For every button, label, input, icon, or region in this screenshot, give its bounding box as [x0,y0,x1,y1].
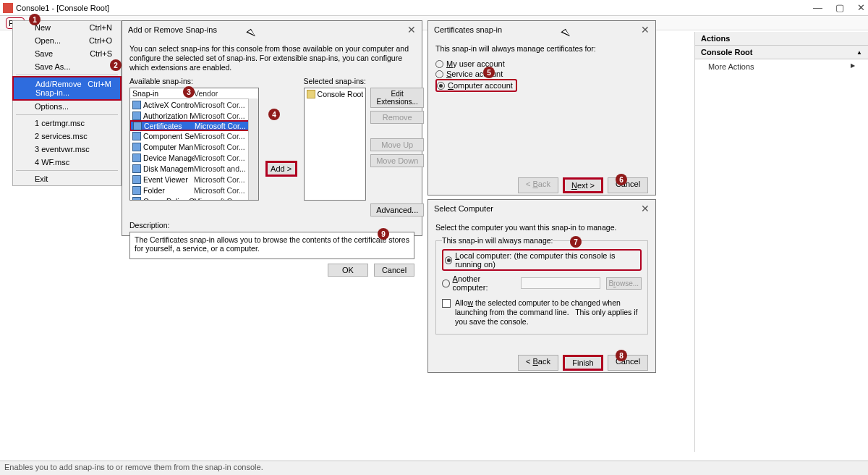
snapin-row[interactable]: FolderMicrosoft Cor... [130,185,258,196]
mmc-icon [3,3,13,13]
selected-snapins-list[interactable]: Console Root [304,88,367,201]
select-computer-dialog: Select Computer✕ Select the computer you… [427,199,656,373]
back-button[interactable]: < Back [518,355,558,371]
file-save[interactable]: SaveCtrl+S [13,47,121,60]
folder-icon [307,90,315,98]
snapin-row[interactable]: CertificatesMicrosoft Cor... [129,120,250,131]
file-exit[interactable]: Exit [13,172,121,185]
certificates-snapin-dialog: Certificates snap-in✕ This snap-in will … [427,20,656,196]
step-badge-8: 8 [616,350,627,361]
browse-button[interactable]: Browse... [606,277,642,290]
step-badge-5: 5 [483,67,495,78]
radio-local-computer[interactable]: Local computer: (the computer this conso… [445,251,639,269]
snapin-icon [132,164,141,173]
step-badge-2: 2 [110,59,122,71]
move-down-button[interactable]: Move Down [370,154,424,167]
radio-computer[interactable]: Computer account [437,80,513,91]
snapin-icon [132,197,141,201]
snapin-icon [132,112,141,120]
close-button[interactable]: ✕ [857,2,865,13]
file-add-remove-snapin[interactable]: Add/Remove Snap-in...Ctrl+M [12,76,122,101]
selected-label: Selected snap-ins: [304,77,425,85]
step-badge-6: 6 [616,174,627,185]
actions-root: Console Root▲ [695,46,868,59]
advanced-button[interactable]: Advanced... [370,203,424,217]
radio-another-computer[interactable]: Another computer: Browse... [442,274,642,293]
intro-text: This snap-in will always manage certific… [435,44,648,53]
dialog-title: Select Computer [434,204,493,213]
another-computer-input[interactable] [521,277,600,289]
step-badge-4: 4 [268,109,280,120]
recent-3[interactable]: 3 eventvwr.msc [13,143,121,156]
snapin-row[interactable]: Authorization Manag...Microsoft Cor... [130,110,258,121]
group-label: This snap-in will always manage: [442,236,553,245]
add-remove-snapins-dialog: Add or Remove Snap-ins✕ You can select s… [122,20,422,236]
cancel-button[interactable]: Cancel [608,177,648,193]
radio-service[interactable]: Service account [435,69,648,79]
file-menu: NewCtrl+N Open...Ctrl+O SaveCtrl+S Save … [12,20,122,186]
move-up-button[interactable]: Move Up [370,138,424,151]
snapin-icon [132,175,141,184]
step-badge-7: 7 [570,236,582,248]
chevron-up-icon[interactable]: ▲ [856,49,862,56]
snapin-row[interactable]: Event ViewerMicrosoft Cor... [130,174,258,185]
add-button[interactable]: Add > [265,161,297,177]
snapin-row[interactable]: Group Policy Object ...Microsoft Cor... [130,196,258,201]
minimize-button[interactable]: — [813,2,822,13]
ok-button[interactable]: OK [328,264,368,277]
file-options[interactable]: Options... [13,100,121,113]
available-label: Available snap-ins: [129,77,259,85]
description-label: Description: [129,221,414,230]
step-badge-3: 3 [183,86,195,98]
close-icon[interactable]: ✕ [407,24,416,35]
dialog-title: Add or Remove Snap-ins [128,25,217,34]
finish-button[interactable]: Finish [563,355,603,371]
actions-header: Actions [695,32,868,46]
recent-2[interactable]: 2 services.msc [13,130,121,143]
snapin-icon [132,101,141,109]
snapin-row[interactable]: Component ServicesMicrosoft Cor... [130,130,258,141]
scrollbar[interactable] [248,98,258,200]
next-button[interactable]: Next > [563,177,603,193]
step-badge-1: 1 [29,14,41,25]
intro-text: You can select snap-ins for this console… [129,44,414,72]
file-save-as[interactable]: Save As... [13,60,121,73]
title-bar: Console1 - [Console Root] — ▢ ✕ [0,0,868,16]
snapin-row[interactable]: Computer Managem...Microsoft Cor... [130,141,258,152]
chevron-right-icon: ▶ [851,62,855,71]
step-badge-9: 9 [378,228,389,240]
radio-my-user[interactable]: My user account [435,59,648,69]
allow-change-checkbox[interactable]: Allow the selected computer to be change… [442,298,642,327]
snapin-row[interactable]: Device ManagerMicrosoft Cor... [130,152,258,163]
snapin-icon [132,186,141,195]
window-title: Console1 - [Console Root] [16,4,813,12]
snapin-row[interactable]: ActiveX ControlMicrosoft Cor... [130,99,258,110]
close-icon[interactable]: ✕ [641,24,650,35]
cancel-button[interactable]: Cancel [608,355,648,371]
available-snapins-list[interactable]: Snap-inVendor ActiveX ControlMicrosoft C… [129,88,259,201]
close-icon[interactable]: ✕ [641,203,650,214]
cancel-button[interactable]: Cancel [374,264,414,277]
snapin-icon [132,154,141,162]
snapin-icon [132,143,141,151]
file-open[interactable]: Open...Ctrl+O [13,34,121,47]
snapin-icon [133,122,142,130]
file-new[interactable]: NewCtrl+N [13,21,121,34]
snapin-icon [132,132,141,140]
status-bar: Enables you to add snap-ins to or remove… [0,461,868,475]
recent-4[interactable]: 4 WF.msc [13,156,121,169]
more-actions[interactable]: More Actions▶ [695,59,868,74]
intro-text: Select the computer you want this snap-i… [435,223,648,232]
snapin-row[interactable]: Disk ManagementMicrosoft and... [130,163,258,174]
dialog-title: Certificates snap-in [434,25,502,34]
edit-extensions-button[interactable]: Edit Extensions... [370,88,424,108]
recent-1[interactable]: 1 certmgr.msc [13,117,121,130]
actions-pane: Actions Console Root▲ More Actions▶ [694,32,868,452]
back-button[interactable]: < Back [518,177,558,193]
description-text: The Certificates snap-in allows you to b… [129,232,414,259]
remove-button[interactable]: Remove [370,111,424,124]
restore-button[interactable]: ▢ [835,2,844,13]
